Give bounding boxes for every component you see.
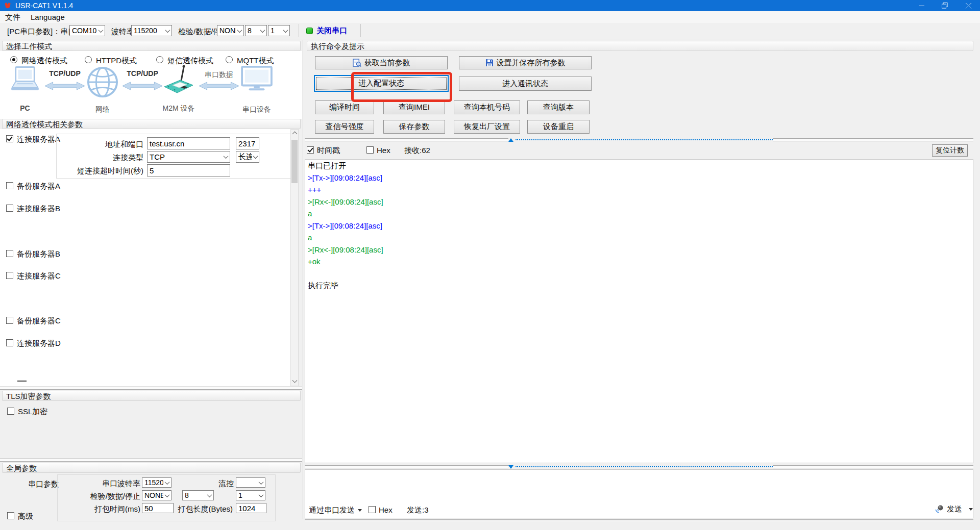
checkbox-label: 连接服务器A xyxy=(17,135,60,144)
reset-counter-button[interactable]: 复位计数 xyxy=(932,144,968,157)
chevron-down-icon xyxy=(164,26,172,36)
checkbox-label: 连接服务器C xyxy=(17,271,61,281)
short-conn-timeout-label: 短连接超时时间(秒) xyxy=(67,166,143,176)
checkbox-advanced[interactable] xyxy=(7,512,14,519)
pack-length-input[interactable]: 1024 xyxy=(236,503,266,513)
chevron-down-icon xyxy=(163,491,171,500)
close-button[interactable] xyxy=(957,0,980,11)
left-horizontal-splitter[interactable] xyxy=(0,387,302,390)
log-line: a xyxy=(308,209,973,221)
chevron-down-icon xyxy=(236,26,243,36)
global-databits-select[interactable]: 8 xyxy=(182,490,214,500)
checkbox-connect-server-b[interactable] xyxy=(6,205,13,212)
radio-sms-mode[interactable] xyxy=(156,56,163,63)
checkbox-backup-server-a[interactable] xyxy=(6,182,13,189)
get-params-button[interactable]: 获取当前参数 xyxy=(315,56,448,69)
checkbox-backup-server-b[interactable] xyxy=(6,250,13,257)
log-line-text: >[Rx<-][09:08:24][asc] xyxy=(308,197,383,206)
conn-type-select[interactable]: TCP xyxy=(147,151,230,163)
port-open-led-icon xyxy=(306,28,313,34)
splitter-collapse-handle[interactable] xyxy=(508,138,773,142)
radio-label: MQTT模式 xyxy=(237,56,274,66)
diagram-link-label: TCP/UDP xyxy=(122,69,162,78)
device-restart-button[interactable]: 设备重启 xyxy=(527,120,590,134)
enter-comm-mode-button[interactable]: 进入通讯状态 xyxy=(459,77,592,91)
left-horizontal-splitter[interactable] xyxy=(0,459,302,462)
app-icon xyxy=(4,2,11,9)
factory-reset-button[interactable]: 恢复出厂设置 xyxy=(454,120,520,134)
radio-net-transparent-mode[interactable] xyxy=(10,56,17,63)
checkbox-connect-server-d[interactable] xyxy=(6,339,13,346)
send-button[interactable]: 发送 xyxy=(934,504,973,514)
parity-select[interactable]: NONE xyxy=(217,25,244,36)
global-parity-select[interactable]: NONE xyxy=(142,490,172,500)
scroll-up-button[interactable] xyxy=(291,130,298,138)
log-line: >[Tx->][09:08:24][asc] xyxy=(308,221,973,234)
log-line-text: a xyxy=(308,233,312,242)
checkbox-connect-server-a[interactable] xyxy=(6,135,13,142)
query-imei-button[interactable]: 查询IMEI xyxy=(383,100,445,114)
splitter-collapse-handle[interactable] xyxy=(508,465,773,469)
chevron-down-icon xyxy=(163,478,171,487)
keepalive-select[interactable]: 长连接 xyxy=(236,151,259,163)
panel-divider[interactable] xyxy=(303,40,303,519)
log-line-text: >[Tx->][09:08:24][asc] xyxy=(308,173,382,182)
checkbox-ssl[interactable] xyxy=(7,408,14,415)
scrollbar-thumb[interactable] xyxy=(291,140,298,183)
close-port-button[interactable]: 关闭串口 xyxy=(306,26,347,36)
server-a-port-input[interactable]: 2317 xyxy=(236,137,259,149)
radio-httpd-mode[interactable] xyxy=(85,56,92,63)
log-line-text: 串口已打开 xyxy=(308,161,346,170)
server-a-address-input[interactable]: test.usr.cn xyxy=(147,137,230,149)
checkbox-backup-server-c[interactable] xyxy=(6,317,13,324)
m2m-device-icon xyxy=(162,64,195,98)
query-phone-number-button[interactable]: 查询本机号码 xyxy=(454,100,520,114)
log-line-text: +ok xyxy=(308,257,321,266)
query-signal-button[interactable]: 查信号强度 xyxy=(315,120,374,134)
checkbox-label: 备份服务器A xyxy=(17,182,60,191)
flow-control-select[interactable] xyxy=(236,477,265,488)
checkbox-timestamp[interactable] xyxy=(307,146,314,154)
checkbox-label: 备份服务器C xyxy=(17,316,61,326)
menu-file[interactable]: 文件 xyxy=(0,11,26,23)
send-input-area[interactable] xyxy=(305,469,973,518)
com-port-select[interactable]: COM10 xyxy=(69,25,105,36)
minimize-button[interactable] xyxy=(910,0,933,11)
radio-mqtt-mode[interactable] xyxy=(226,56,233,63)
chevron-down-icon xyxy=(259,26,266,36)
timeout-input[interactable]: 5 xyxy=(147,164,230,176)
log-line: +++ xyxy=(308,185,973,197)
checkbox-hex-recv[interactable] xyxy=(366,146,374,154)
compile-time-button[interactable]: 编译时间 xyxy=(315,100,374,114)
log-line: >[Rx<-][09:08:24][asc] xyxy=(308,245,973,258)
hex-send-label: Hex xyxy=(379,506,393,514)
global-stopbits-select[interactable]: 1 xyxy=(236,490,265,500)
databits-select[interactable]: 8 xyxy=(245,25,267,36)
save-params-button[interactable]: 保存参数 xyxy=(383,120,445,134)
restore-button[interactable] xyxy=(933,0,957,11)
log-line: 串口已打开 xyxy=(308,161,973,173)
chevron-down-icon xyxy=(282,26,289,36)
baud-select[interactable]: 115200 xyxy=(131,25,172,36)
addr-port-label: 地址和端口 xyxy=(77,140,143,149)
scroll-down-button[interactable] xyxy=(291,377,298,386)
stopbits-select[interactable]: 1 xyxy=(268,25,290,36)
diagram-node-label: 网络 xyxy=(87,105,118,114)
checkbox-label: 连接服务器B xyxy=(17,204,60,214)
net-params-scrollbar[interactable] xyxy=(290,129,299,386)
sent-count: 发送:3 xyxy=(407,506,429,515)
set-save-params-button[interactable]: 设置并保存所有参数 xyxy=(459,56,592,69)
send-via-dropdown[interactable]: 通过串口发送 xyxy=(309,506,362,515)
collapse-down-icon xyxy=(508,465,513,469)
query-version-button[interactable]: 查询版本 xyxy=(527,100,590,114)
timestamp-label: 时间戳 xyxy=(317,146,340,156)
diagram-link-label: TCP/UDP xyxy=(45,69,85,78)
menu-language[interactable]: Language xyxy=(26,11,70,23)
checkbox-connect-server-c[interactable] xyxy=(6,272,13,279)
serial-log-area[interactable]: 串口已打开 >[Tx->][09:08:24][asc] +++ >[Rx<-]… xyxy=(305,159,973,463)
checkbox-hex-send[interactable] xyxy=(369,506,376,513)
enter-config-mode-button[interactable]: 进入配置状态 xyxy=(314,75,449,92)
double-arrow-icon xyxy=(199,82,239,90)
pack-length-label: 打包长度(Bytes) xyxy=(168,504,233,514)
global-baud-select[interactable]: 115200 xyxy=(142,477,172,488)
